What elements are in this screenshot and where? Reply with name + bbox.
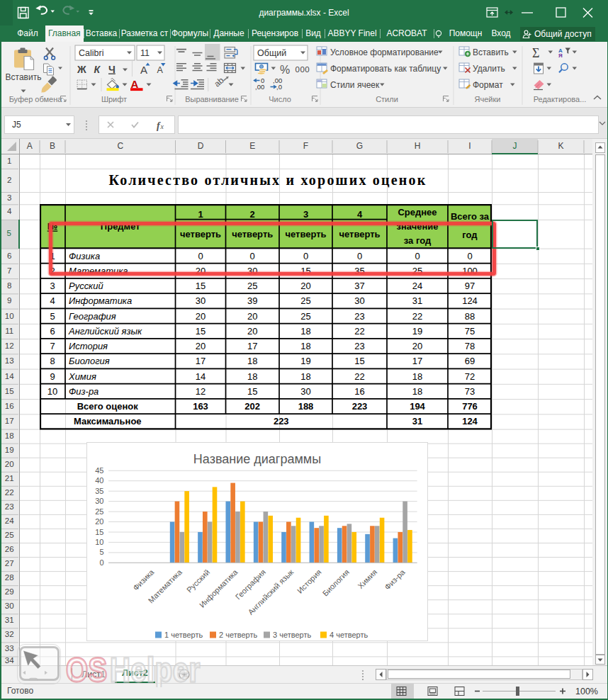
svg-text:3: 3 <box>303 209 308 220</box>
svg-text:15: 15 <box>196 281 206 291</box>
svg-text:194: 194 <box>410 401 425 412</box>
svg-text:16: 16 <box>354 386 364 397</box>
svg-text:18: 18 <box>300 341 310 351</box>
svg-text:4: 4 <box>357 209 363 220</box>
svg-text:72: 72 <box>465 371 475 382</box>
svg-text:202: 202 <box>244 401 260 412</box>
svg-text:12: 12 <box>196 386 206 397</box>
svg-text:20: 20 <box>247 311 257 322</box>
svg-text:Название диаграммы: Название диаграммы <box>193 452 321 466</box>
svg-text:69: 69 <box>465 356 475 367</box>
svg-text:15: 15 <box>354 356 364 367</box>
svg-text:78: 78 <box>465 341 475 351</box>
svg-text:1 четверть: 1 четверть <box>164 631 203 639</box>
svg-text:22: 22 <box>412 311 422 322</box>
svg-text:3 четверть: 3 четверть <box>273 631 311 639</box>
svg-text:124: 124 <box>462 296 478 307</box>
svg-text:1: 1 <box>198 209 203 220</box>
svg-text:Русский: Русский <box>69 281 103 291</box>
svg-text:23: 23 <box>354 311 364 322</box>
svg-text:OS: OS <box>66 651 108 687</box>
svg-text:30: 30 <box>95 497 103 505</box>
svg-text:20: 20 <box>95 517 103 526</box>
svg-text:19: 19 <box>300 356 310 367</box>
svg-text:2: 2 <box>250 209 255 220</box>
svg-text:4: 4 <box>50 296 55 307</box>
svg-text:223: 223 <box>352 401 368 412</box>
svg-text:25: 25 <box>300 296 310 307</box>
svg-text:45: 45 <box>95 466 103 475</box>
svg-text:40: 40 <box>95 476 103 485</box>
svg-text:17: 17 <box>247 341 257 351</box>
svg-text:24: 24 <box>412 281 422 291</box>
svg-text:20: 20 <box>196 341 206 351</box>
svg-text:22: 22 <box>354 371 364 382</box>
svg-text:97: 97 <box>465 281 475 291</box>
svg-text:6: 6 <box>50 326 55 337</box>
svg-text:20: 20 <box>300 281 310 291</box>
svg-text:10: 10 <box>47 386 57 397</box>
svg-text:37: 37 <box>354 281 364 291</box>
svg-text:19: 19 <box>412 326 422 337</box>
svg-text:223: 223 <box>274 417 289 427</box>
svg-text:20: 20 <box>196 311 206 322</box>
svg-text:17: 17 <box>412 356 422 367</box>
svg-text:Английский язык: Английский язык <box>68 326 142 337</box>
svg-text:88: 88 <box>465 311 475 322</box>
svg-text:18: 18 <box>300 371 310 382</box>
svg-text:25: 25 <box>247 281 257 291</box>
svg-text:73: 73 <box>465 386 475 397</box>
svg-text:20: 20 <box>247 326 257 337</box>
svg-text:Химия: Химия <box>68 371 96 382</box>
svg-text:23: 23 <box>354 341 364 351</box>
svg-text:30: 30 <box>354 296 364 307</box>
svg-text:3: 3 <box>50 281 55 291</box>
svg-text:5: 5 <box>99 548 103 556</box>
svg-text:2 четверть: 2 четверть <box>219 631 257 639</box>
svg-text:Среднее: Среднее <box>398 208 437 218</box>
svg-text:7: 7 <box>50 341 55 351</box>
svg-text:39: 39 <box>247 296 257 307</box>
svg-text:0: 0 <box>99 558 103 567</box>
svg-text:25: 25 <box>300 311 310 322</box>
svg-text:163: 163 <box>193 401 208 412</box>
svg-text:8: 8 <box>50 356 55 367</box>
svg-text:31: 31 <box>412 296 422 307</box>
svg-text:Биология: Биология <box>69 356 110 367</box>
svg-text:9: 9 <box>50 371 55 382</box>
svg-text:25: 25 <box>95 507 103 516</box>
svg-text:30: 30 <box>300 386 310 397</box>
svg-text:15: 15 <box>247 386 257 397</box>
svg-text:Максимальное: Максимальное <box>74 417 142 427</box>
svg-text:35: 35 <box>95 487 103 495</box>
svg-text:10: 10 <box>95 538 103 546</box>
svg-text:15: 15 <box>196 326 206 337</box>
svg-text:776: 776 <box>462 401 478 412</box>
svg-text:4 четверть: 4 четверть <box>330 631 368 639</box>
svg-text:18: 18 <box>247 371 257 382</box>
svg-text:География: География <box>69 311 116 322</box>
svg-text:История: История <box>69 341 108 351</box>
svg-text:18: 18 <box>412 386 422 397</box>
svg-text:18: 18 <box>300 326 310 337</box>
svg-text:17: 17 <box>196 356 206 367</box>
svg-text:188: 188 <box>298 401 314 412</box>
svg-text:100%: 100% <box>575 687 598 696</box>
svg-text:Физ-ра: Физ-ра <box>69 386 98 397</box>
svg-text:Всего оценок: Всего оценок <box>77 401 139 412</box>
svg-text:124: 124 <box>462 417 478 427</box>
svg-text:18: 18 <box>412 371 422 382</box>
svg-text:14: 14 <box>196 371 206 382</box>
svg-text:Информатика: Информатика <box>69 296 132 307</box>
svg-text:Всего за: Всего за <box>451 211 490 222</box>
svg-text:22: 22 <box>354 326 364 337</box>
svg-text:5: 5 <box>50 311 55 322</box>
svg-text:20: 20 <box>412 341 422 351</box>
svg-text:15: 15 <box>95 528 103 536</box>
svg-text:75: 75 <box>465 326 475 337</box>
svg-text:18: 18 <box>247 356 257 367</box>
svg-text:Helper: Helper <box>110 651 200 687</box>
svg-text:30: 30 <box>196 296 206 307</box>
svg-text:31: 31 <box>412 417 422 427</box>
